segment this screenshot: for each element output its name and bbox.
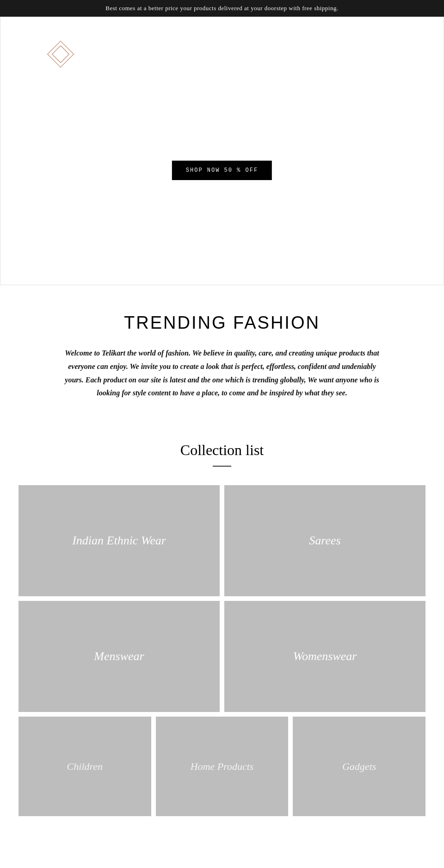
svg-rect-1 <box>52 46 69 63</box>
shop-now-button[interactable]: SHOP NOW 50 % OFF <box>172 161 272 180</box>
collection-item-label: Children <box>67 761 103 773</box>
hero-section: SHOP NOW 50 % OFF <box>0 17 444 285</box>
trending-title: TRENDING FASHION <box>18 313 426 333</box>
svg-rect-0 <box>48 41 74 68</box>
collection-item-label: Womenswear <box>293 649 357 663</box>
announcement-text: Best comes at a better price your produc… <box>105 5 338 12</box>
logo-area[interactable] <box>47 26 74 70</box>
collection-item-label: Indian Ethnic Wear <box>72 534 166 548</box>
collection-list-title: Collection list <box>18 442 426 459</box>
collection-item-children[interactable]: Children <box>18 717 151 816</box>
collection-divider <box>213 466 231 467</box>
trending-section: TRENDING FASHION Welcome to Telikart the… <box>0 285 444 418</box>
collection-item-label: Menswear <box>94 649 144 663</box>
collection-item-sarees[interactable]: Sarees <box>224 485 426 596</box>
collection-item-label: Home Products <box>191 761 254 773</box>
collection-item-womenswear[interactable]: Womenswear <box>224 601 426 712</box>
logo-icon <box>47 40 74 68</box>
collection-grid-row1: Indian Ethnic Wear Sarees <box>18 485 426 596</box>
trending-description: Welcome to Telikart the world of fashion… <box>60 347 384 400</box>
collection-item-home-products[interactable]: Home Products <box>156 717 289 816</box>
collection-section: Collection list Indian Ethnic Wear Saree… <box>0 418 444 835</box>
collection-item-indian-ethnic-wear[interactable]: Indian Ethnic Wear <box>18 485 220 596</box>
announcement-bar: Best comes at a better price your produc… <box>0 0 444 17</box>
collection-item-menswear[interactable]: Menswear <box>18 601 220 712</box>
collection-item-label: Sarees <box>309 534 340 548</box>
collection-grid-row3: Children Home Products Gadgets <box>18 717 426 816</box>
collection-grid-row2: Menswear Womenswear <box>18 601 426 712</box>
collection-item-label: Gadgets <box>342 761 376 773</box>
collection-item-gadgets[interactable]: Gadgets <box>293 717 426 816</box>
